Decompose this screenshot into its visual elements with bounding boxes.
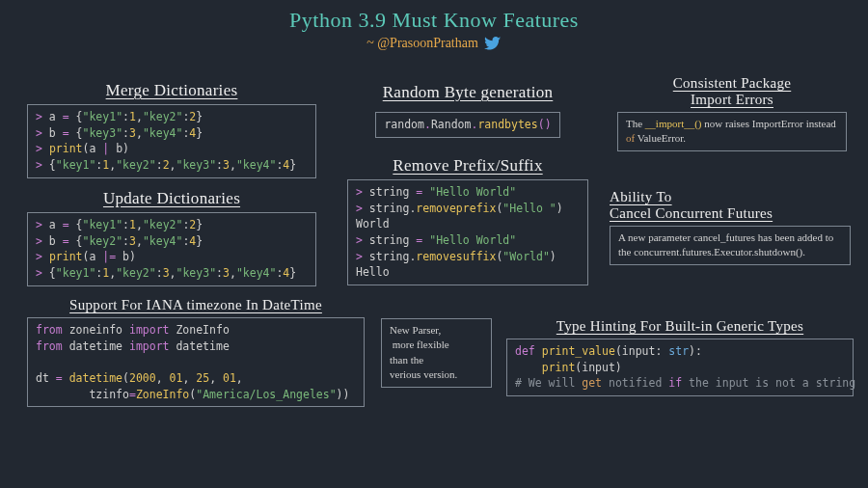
iana-section: Support For IANA timezone In DateTime fr… xyxy=(27,297,365,407)
twitter-bird-icon xyxy=(484,35,502,52)
cancel-title: Ability To Cancel Concurrent Futures xyxy=(610,189,851,222)
prefix-section: Remove Prefix/Suffix > string = "Hello W… xyxy=(347,156,588,285)
randbytes-section: Random Byte generation random.Random.ran… xyxy=(347,83,588,138)
author-handle: ~ @PrasoonPratham xyxy=(366,36,478,51)
merge-code: > a = {"key1":1,"key2":2} > b = {"key3":… xyxy=(27,104,316,178)
merge-title: Merge Dictionaries xyxy=(27,81,316,100)
iana-code: from zoneinfo import ZoneInfo from datet… xyxy=(27,317,365,407)
header: Python 3.9 Must Know Features ~ @Prasoon… xyxy=(0,0,868,52)
typehint-title: Type Hinting For Built-in Generic Types xyxy=(506,318,854,335)
update-title: Update Dictionaries xyxy=(27,189,316,208)
author-line: ~ @PrasoonPratham xyxy=(366,35,502,52)
importerr-title: Consistent Package Import Errors xyxy=(617,75,847,108)
importerr-text: The __import__() now raises ImportError … xyxy=(617,112,847,151)
typehint-section: Type Hinting For Built-in Generic Types … xyxy=(506,318,854,396)
importerr-section: Consistent Package Import Errors The __i… xyxy=(617,75,847,151)
update-dictionaries-section: Update Dictionaries > a = {"key1":1,"key… xyxy=(27,189,316,286)
randbytes-code: random.Random.randbytes() xyxy=(375,112,559,138)
cancel-section: Ability To Cancel Concurrent Futures A n… xyxy=(610,189,851,265)
typehint-code: def print_value(input: str): print(input… xyxy=(506,339,854,396)
page-title: Python 3.9 Must Know Features xyxy=(0,8,868,33)
parser-note: New Parser, more flexible than the verio… xyxy=(381,318,492,388)
cancel-text: A new parameter cancel_futures has been … xyxy=(610,226,851,265)
update-code: > a = {"key1":1,"key2":2} > b = {"key2":… xyxy=(27,212,316,286)
prefix-title: Remove Prefix/Suffix xyxy=(347,156,588,176)
prefix-code: > string = "Hello World" > string.remove… xyxy=(347,179,588,285)
randbytes-title: Random Byte generation xyxy=(347,83,588,102)
iana-title: Support For IANA timezone In DateTime xyxy=(27,297,365,313)
merge-dictionaries-section: Merge Dictionaries > a = {"key1":1,"key2… xyxy=(27,81,316,178)
